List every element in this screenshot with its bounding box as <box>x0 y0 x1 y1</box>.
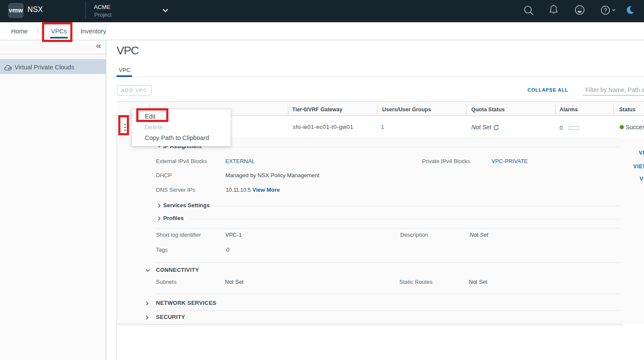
svg-text:?: ? <box>604 7 607 14</box>
